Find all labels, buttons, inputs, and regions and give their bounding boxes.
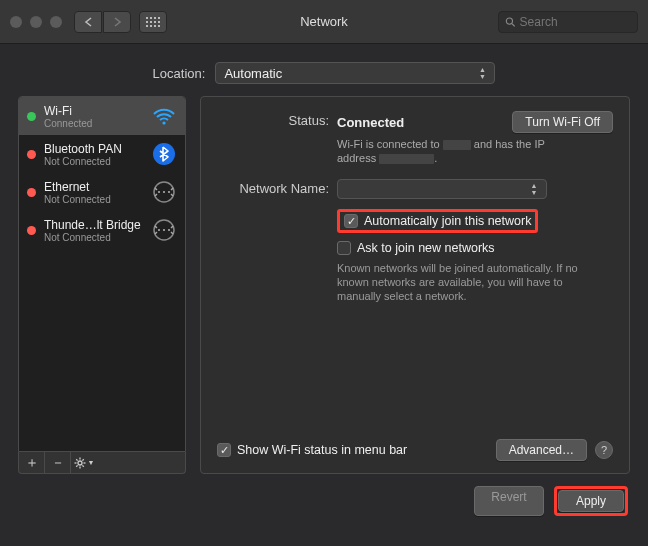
- service-status: Not Connected: [44, 194, 143, 205]
- auto-join-checkbox[interactable]: [344, 214, 358, 228]
- service-name: Ethernet: [44, 180, 143, 194]
- service-status: Connected: [44, 118, 143, 129]
- service-ethernet[interactable]: Ethernet Not Connected: [19, 173, 185, 211]
- svg-point-10: [163, 229, 165, 231]
- search-input[interactable]: [520, 15, 631, 29]
- status-subtext: Wi-Fi is connected to and has the IP add…: [337, 137, 613, 165]
- show-all-button[interactable]: [139, 11, 167, 33]
- help-button[interactable]: ?: [595, 441, 613, 459]
- select-arrows-icon: ▲▼: [474, 63, 490, 83]
- location-label: Location:: [153, 66, 206, 81]
- zoom-window[interactable]: [50, 16, 62, 28]
- nav-buttons: [74, 11, 131, 33]
- turn-wifi-off-button[interactable]: Turn Wi-Fi Off: [512, 111, 613, 133]
- service-actions-button[interactable]: ▼: [71, 452, 97, 473]
- svg-line-18: [82, 465, 83, 466]
- ask-to-join-checkbox[interactable]: [337, 241, 351, 255]
- status-dot: [27, 150, 36, 159]
- minimize-window[interactable]: [30, 16, 42, 28]
- redacted-ssid: [443, 140, 471, 150]
- service-thunderbolt-bridge[interactable]: Thunde…lt Bridge Not Connected: [19, 211, 185, 249]
- chevron-down-icon: ▼: [88, 459, 95, 466]
- location-value: Automatic: [224, 66, 282, 81]
- apply-button[interactable]: Apply: [558, 490, 624, 512]
- select-arrows-icon: ▲▼: [526, 180, 542, 198]
- service-wifi[interactable]: Wi-Fi Connected: [19, 97, 185, 135]
- svg-line-1: [512, 23, 515, 26]
- location-select[interactable]: Automatic ▲▼: [215, 62, 495, 84]
- titlebar: Network: [0, 0, 648, 44]
- service-name: Bluetooth PAN: [44, 142, 143, 156]
- service-name: Wi-Fi: [44, 104, 143, 118]
- show-status-checkbox[interactable]: [217, 443, 231, 457]
- svg-point-12: [78, 461, 82, 465]
- highlight-auto-join: Automatically join this network: [337, 209, 538, 233]
- svg-point-7: [168, 191, 170, 193]
- ask-to-join-label: Ask to join new networks: [357, 241, 495, 255]
- service-list: Wi-Fi Connected Bluetooth PAN Not Connec…: [18, 96, 186, 452]
- ethernet-icon: [151, 217, 177, 243]
- status-dot: [27, 112, 36, 121]
- svg-point-2: [162, 121, 165, 124]
- svg-line-20: [82, 459, 83, 460]
- wifi-icon: [151, 103, 177, 129]
- close-window[interactable]: [10, 16, 22, 28]
- revert-button[interactable]: Revert: [474, 486, 544, 516]
- svg-line-19: [76, 465, 77, 466]
- auto-join-label: Automatically join this network: [364, 214, 531, 228]
- network-name-select[interactable]: ▲▼: [337, 179, 547, 199]
- detail-pane: Status: Connected Turn Wi-Fi Off Wi-Fi i…: [200, 96, 630, 474]
- network-name-label: Network Name:: [217, 179, 337, 196]
- ethernet-icon: [151, 179, 177, 205]
- svg-line-17: [76, 459, 77, 460]
- status-dot: [27, 188, 36, 197]
- sidebar: Wi-Fi Connected Bluetooth PAN Not Connec…: [18, 96, 186, 474]
- status-dot: [27, 226, 36, 235]
- svg-point-6: [163, 191, 165, 193]
- sidebar-footer: ＋ － ▼: [18, 452, 186, 474]
- ask-to-join-help: Known networks will be joined automatica…: [337, 261, 613, 303]
- bluetooth-icon: [151, 141, 177, 167]
- gear-icon: [74, 457, 86, 469]
- back-button[interactable]: [74, 11, 102, 33]
- show-status-label: Show Wi-Fi status in menu bar: [237, 443, 407, 457]
- service-status: Not Connected: [44, 156, 143, 167]
- service-status: Not Connected: [44, 232, 143, 243]
- service-bluetooth-pan[interactable]: Bluetooth PAN Not Connected: [19, 135, 185, 173]
- svg-point-11: [168, 229, 170, 231]
- grid-icon: [146, 17, 160, 27]
- window-controls: [10, 16, 62, 28]
- status-label: Status:: [217, 111, 337, 128]
- advanced-button[interactable]: Advanced…: [496, 439, 587, 461]
- search-field[interactable]: [498, 11, 638, 33]
- svg-point-9: [158, 229, 160, 231]
- svg-point-0: [506, 18, 512, 24]
- redacted-ip: [379, 154, 434, 164]
- footer-actions: Revert Apply: [0, 474, 648, 516]
- location-row: Location: Automatic ▲▼: [0, 44, 648, 96]
- service-name: Thunde…lt Bridge: [44, 218, 143, 232]
- remove-service-button[interactable]: －: [45, 452, 71, 473]
- add-service-button[interactable]: ＋: [19, 452, 45, 473]
- highlight-apply: Apply: [554, 486, 628, 516]
- status-value: Connected: [337, 115, 404, 130]
- svg-point-5: [158, 191, 160, 193]
- forward-button[interactable]: [103, 11, 131, 33]
- search-icon: [505, 16, 516, 28]
